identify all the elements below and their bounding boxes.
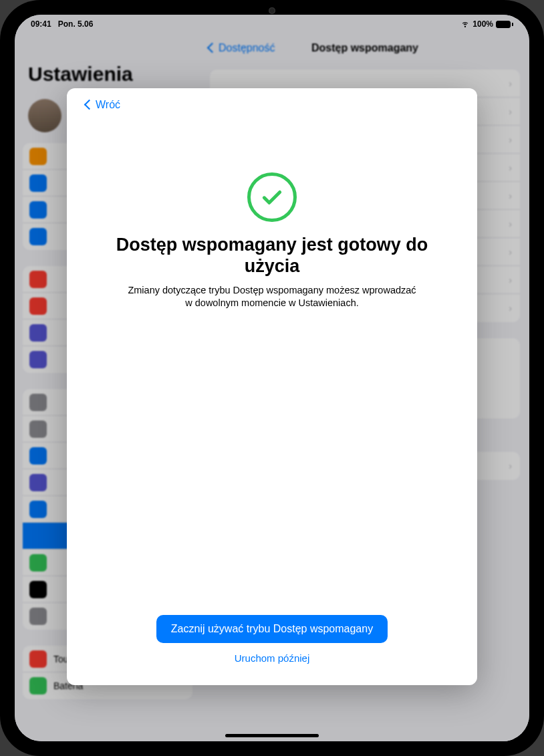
checkmark-circle-icon [247, 172, 297, 222]
home-indicator[interactable] [225, 734, 319, 737]
run-later-button[interactable]: Uruchom później [235, 652, 310, 664]
screen: 09:41 Pon. 5.06 100% Ustawienia Touch ID… [15, 15, 529, 741]
sheet-back-label: Wróć [96, 99, 120, 111]
front-camera [269, 7, 275, 14]
sheet-back-button[interactable]: Wróć [86, 96, 120, 114]
chevron-left-icon [86, 99, 94, 111]
sheet-title: Dostęp wspomagany jest gotowy do użycia [112, 234, 432, 277]
ipad-frame: 09:41 Pon. 5.06 100% Ustawienia Touch ID… [0, 0, 544, 756]
sheet-subtitle: Zmiany dotyczące trybu Dostęp wspomagany… [125, 284, 419, 310]
sheet-buttons: Zacznij używać trybu Dostęp wspomagany U… [86, 615, 458, 669]
assistive-access-ready-sheet: Wróć Dostęp wspomagany jest gotowy do uż… [67, 88, 477, 685]
start-using-button[interactable]: Zacznij używać trybu Dostęp wspomagany [156, 615, 388, 643]
sheet-body: Dostęp wspomagany jest gotowy do użycia … [86, 114, 458, 615]
